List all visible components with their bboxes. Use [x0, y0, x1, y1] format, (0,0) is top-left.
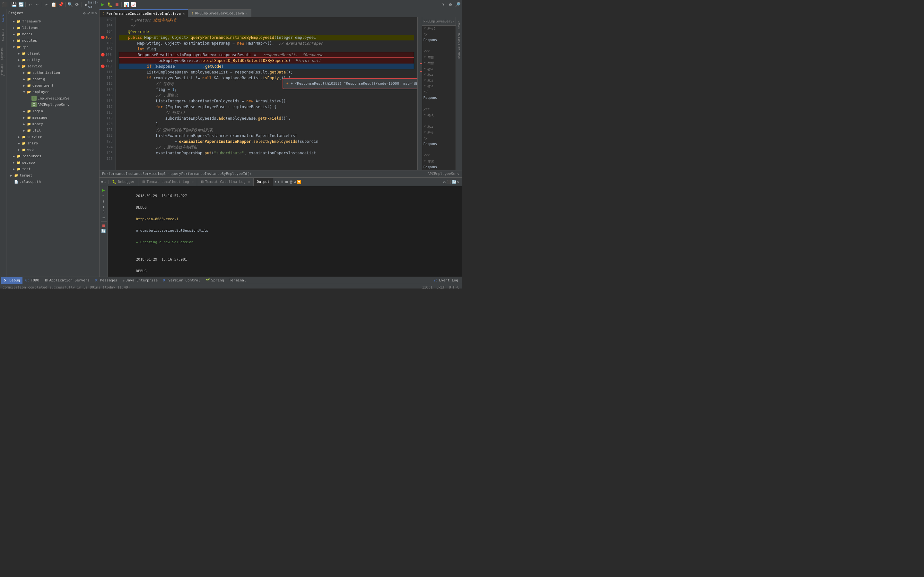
debug-settings-icon[interactable]: ⚙	[101, 180, 103, 184]
structure-icon[interactable]: 1: Structure	[0, 44, 6, 60]
output-scroll-down-icon[interactable]: ↓	[277, 180, 280, 184]
tab-tomcat-local[interactable]: 🖥 Tomcat Localhost Log ✕	[139, 178, 197, 186]
scroll-gutter[interactable]	[418, 17, 422, 170]
undo-icon[interactable]: ↩	[27, 1, 33, 8]
tree-item-employeeloginse[interactable]: ▶ I EmployeeLoginSe	[6, 95, 99, 102]
task-spring[interactable]: 🌱 Spring	[203, 277, 227, 284]
tree-item-employee[interactable]: ▼ 📂 employee	[6, 89, 99, 95]
task-version-control[interactable]: 9: Version Control	[160, 277, 203, 284]
tab-close-2[interactable]: ✕	[246, 11, 248, 15]
tree-item-authorization[interactable]: ▶ 📁 authorization	[6, 69, 99, 76]
tree-item-config[interactable]: ▶ 📁 config	[6, 76, 99, 82]
coverage-icon[interactable]: 📊	[123, 1, 129, 8]
debug-right-settings-icon[interactable]: ⚙	[443, 180, 446, 184]
tree-label-money: money	[32, 122, 43, 126]
debug-eval-icon[interactable]: ≈	[102, 215, 105, 220]
tab-tomcat-catalina[interactable]: 🖥 Tomcat Catalina Log ✕	[197, 178, 254, 186]
output-clear-icon[interactable]: 🗑	[289, 180, 293, 184]
tree-item-money[interactable]: ▶ 📁 money	[6, 121, 99, 127]
panel-expand-icon[interactable]: ⤢	[87, 11, 90, 15]
debug-resume-icon[interactable]: ▶	[102, 187, 105, 193]
tree-item-util[interactable]: ▶ 📁 util	[6, 127, 99, 134]
debug-run-cursor-icon[interactable]: ⤵	[103, 210, 105, 214]
maven-label[interactable]: Maven	[457, 19, 461, 31]
redo-icon[interactable]: ↪	[34, 1, 40, 8]
tree-item-service2[interactable]: ▶ 📁 service	[6, 134, 99, 140]
tree-item-web[interactable]: ▶ 📁 web	[6, 146, 99, 153]
tree-item-entity[interactable]: ▶ 📁 entity	[6, 56, 99, 63]
tab-rpc-employee[interactable]: I RPCEmployeeService.java ✕	[188, 9, 252, 17]
output-filter-icon[interactable]: 🔽	[297, 180, 302, 184]
tomcat-local-close[interactable]: ✕	[192, 180, 194, 184]
status-crlf[interactable]: CRLF	[436, 285, 445, 288]
tomcat-catalina-close[interactable]: ✕	[248, 180, 250, 184]
tree-item-target[interactable]: ▶ 📁 target	[6, 172, 99, 179]
output-pause-icon[interactable]: ⏸	[280, 180, 284, 184]
debug-close-icon[interactable]: ✕	[457, 180, 460, 184]
debug-step-over-icon[interactable]: ↷	[102, 193, 105, 198]
task-event-log[interactable]: 2: Event Log	[431, 277, 461, 284]
tree-item-model[interactable]: ▶ 📁 model	[6, 31, 99, 37]
code-editor[interactable]: 102 103 104 🔴 105 106 107 🔴 108 109	[100, 17, 422, 170]
stop-icon[interactable]: ⏹	[114, 1, 120, 8]
debug-step-into-icon[interactable]: ↓	[102, 199, 105, 203]
debug-maximize-icon[interactable]: ⬛	[446, 180, 451, 184]
task-app-servers[interactable]: 🖥 Application Servers	[42, 277, 92, 284]
debug-run-icon[interactable]: 🐛	[106, 1, 113, 8]
tree-item-message[interactable]: ▶ 📁 message	[6, 114, 99, 121]
task-messages[interactable]: 0: Messages	[92, 277, 120, 284]
code-content[interactable]: + + {ResponseResult@10382} "ResponseResu…	[116, 17, 418, 170]
tree-item-listener[interactable]: ▶ 📁 listener	[6, 24, 99, 31]
task-terminal[interactable]: Terminal	[227, 277, 249, 284]
tree-item-modules[interactable]: ▶ 📁 modules	[6, 37, 99, 44]
debug-layout-icon[interactable]: ⊡	[104, 180, 106, 184]
learn-icon[interactable]: Learn	[0, 10, 6, 26]
profile-icon[interactable]: 📈	[130, 1, 137, 8]
debug-reload-icon[interactable]: 🔄	[101, 229, 106, 233]
panel-settings-icon[interactable]: ⚙	[83, 11, 85, 15]
tree-item-framework[interactable]: ▶ 📁 framework	[6, 18, 99, 24]
help-icon[interactable]: ?	[440, 1, 447, 8]
debug-stop-icon[interactable]: ⏹	[102, 223, 106, 228]
bean-validation-label[interactable]: Bean Validation	[457, 31, 461, 61]
right-panel-close[interactable]: ✕	[452, 19, 454, 23]
favorites-icon[interactable]: 2: Favorites	[0, 60, 6, 76]
tree-item-resources[interactable]: ▶ 📁 resources	[6, 153, 99, 159]
tree-item-webapp[interactable]: ▶ 📁 webapp	[6, 159, 99, 166]
tab-debugger[interactable]: 🐛 Debugger	[109, 178, 139, 186]
tree-item-test[interactable]: ▶ 📁 test	[6, 166, 99, 172]
tab-output[interactable]: Output	[254, 178, 273, 186]
task-java-enterprise[interactable]: ☕ Java Enterprise	[120, 277, 160, 284]
tab-close-1[interactable]: ✕	[183, 12, 185, 15]
tree-item-department[interactable]: ▶ 📁 department	[6, 82, 99, 89]
save-all-icon[interactable]: 💾	[11, 1, 17, 8]
sync-icon[interactable]: 🔄	[18, 1, 24, 8]
tree-item-shiro[interactable]: ▶ 📁 shiro	[6, 140, 99, 146]
tree-item-classpath[interactable]: ▶ 📄 .classpath	[6, 179, 99, 185]
tree-item-client[interactable]: ▶ 📁 client	[6, 50, 99, 56]
cut-icon[interactable]: ✂	[44, 1, 50, 8]
panel-close-icon[interactable]: ✕	[95, 11, 97, 15]
paste-icon[interactable]: 📌	[58, 1, 64, 8]
output-stop-icon[interactable]: ⏹	[285, 180, 289, 184]
any-build-icon[interactable]: Any Build	[0, 27, 6, 43]
panel-gear-icon[interactable]: ≡	[92, 11, 94, 15]
run-icon[interactable]: ▶	[100, 1, 106, 8]
task-debug[interactable]: 5: Debug	[1, 277, 23, 284]
settings-icon[interactable]: ⚙	[447, 1, 454, 8]
search-icon[interactable]: 🔍	[67, 1, 73, 8]
tab-performance-impl[interactable]: J PerformanceInstanceServiceImpl.java ✕	[100, 9, 188, 17]
output-scroll-up-icon[interactable]: ↑	[274, 180, 277, 184]
tree-item-rpc[interactable]: ▼ 📂 rpc	[6, 44, 99, 50]
tree-item-login[interactable]: ▶ 📁 login	[6, 108, 99, 114]
search-everywhere-icon[interactable]: 🔎	[454, 1, 461, 8]
tree-item-rpcemployeeserv[interactable]: ▶ I RPCEmployeeServ	[6, 102, 99, 108]
copy-icon[interactable]: 📋	[50, 1, 57, 8]
debug-restore-icon[interactable]: 🔄	[452, 180, 456, 184]
status-encoding[interactable]: UTF-8	[449, 285, 460, 288]
tree-item-service[interactable]: ▼ 📂 service	[6, 63, 99, 69]
output-wrap-icon[interactable]: ⇌	[294, 180, 296, 184]
debug-step-out-icon[interactable]: ↑	[102, 205, 105, 209]
task-todo[interactable]: 6: TODO	[23, 277, 42, 284]
replace-icon[interactable]: ⟳	[74, 1, 80, 8]
